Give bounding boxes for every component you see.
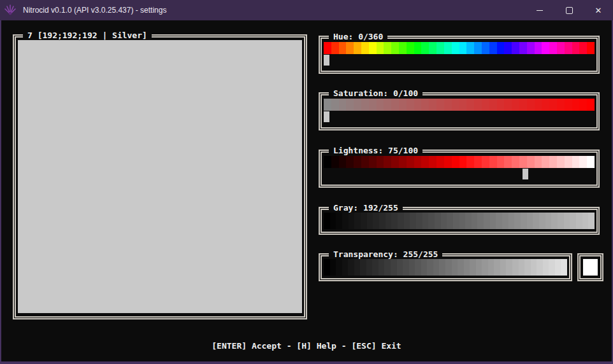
hue-slider-title: Hue: 0/360 [329,31,387,42]
window-title: Nitrocid v0.1.0 (API v3.0.25.437) - sett… [23,6,525,15]
nitrocid-logo-icon [4,4,17,16]
slider-gray[interactable]: Gray: 192/255 [319,207,600,235]
terminal-area: 7 [192;192;192 | Silver] Hue: 0/360 Satu… [0,20,613,364]
color-swatch-box [577,253,603,281]
slider-transparency[interactable]: Transparency: 255/255 [319,253,572,281]
color-swatch-fill [583,259,598,276]
color-preview-fill [18,40,302,313]
saturation-slider-title: Saturation: 0/100 [329,88,422,99]
transparency-gradient-bar[interactable] [324,259,567,276]
maximize-icon [566,7,573,14]
gray-gradient-bar[interactable] [324,213,595,229]
hue-gradient-bar[interactable] [324,42,595,54]
saturation-gradient-bar[interactable] [324,99,595,111]
close-icon: ✕ [595,6,602,15]
lightness-indicator[interactable] [523,169,528,179]
minimize-icon [537,10,543,11]
transparency-slider-title: Transparency: 255/255 [329,249,442,260]
slider-saturation[interactable]: Saturation: 0/100 [319,92,600,130]
hue-indicator[interactable] [324,55,329,66]
color-preview-title: 7 [192;192;192 | Silver] [23,30,152,41]
lightness-gradient-bar[interactable] [324,156,595,168]
saturation-indicator[interactable] [324,111,329,122]
slider-hue[interactable]: Hue: 0/360 [319,36,600,74]
app-window: Nitrocid v0.1.0 (API v3.0.25.437) - sett… [0,0,613,364]
minimize-button[interactable] [525,0,554,20]
slider-lightness[interactable]: Lightness: 75/100 [319,150,600,188]
maximize-button[interactable] [554,0,584,20]
titlebar: Nitrocid v0.1.0 (API v3.0.25.437) - sett… [0,0,613,20]
caption-buttons: ✕ [525,0,613,20]
keybinding-hints: [ENTER] Accept - [H] Help - [ESC] Exit [1,341,612,351]
close-button[interactable]: ✕ [584,0,613,20]
lightness-slider-title: Lightness: 75/100 [329,145,422,156]
color-preview-box: 7 [192;192;192 | Silver] [13,34,307,319]
gray-slider-title: Gray: 192/255 [329,202,403,213]
